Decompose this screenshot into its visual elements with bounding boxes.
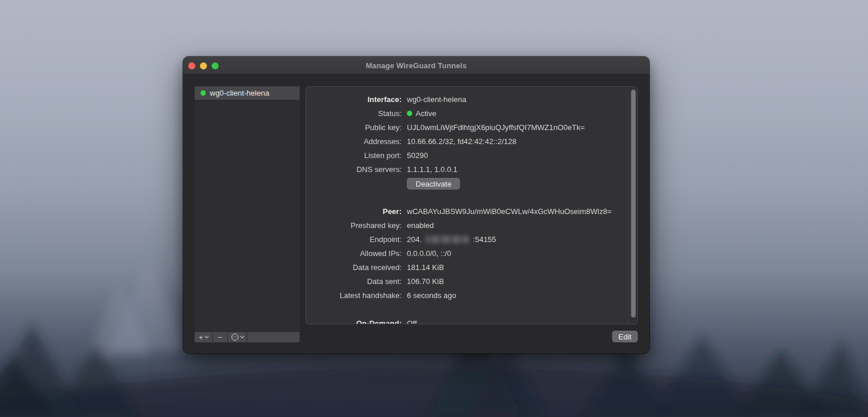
scrollbar-thumb[interactable] [631,89,636,318]
add-tunnel-button[interactable]: + [195,332,213,342]
peer-section: Peer:wCABAYuJBSW9Ju/mWiB0eCWLw/4xGcWHuOs… [306,204,628,302]
detail-row: On-Demand:Off [306,316,628,324]
detail-row: DNS servers:1.1.1.1, 1.0.0.1 [306,162,628,176]
detail-row: Peer:wCABAYuJBSW9Ju/mWiB0eCWLw/4xGcWHuOs… [306,204,628,218]
deactivate-button[interactable]: Deactivate [407,178,460,190]
row-label: Public key: [306,123,402,132]
more-actions-button[interactable]: ⋯ [228,332,247,342]
minus-icon: − [218,334,223,341]
plus-icon: + [199,334,203,341]
detail-row: Listen port:50290 [306,148,628,162]
detail-rows: Interface:wg0-client-helenaStatus:Active… [306,87,628,324]
tunnel-status-icon [201,90,206,96]
sidebar-toolbar: + − ⋯ [195,331,300,342]
row-value: enabled [407,221,434,230]
row-label: DNS servers: [306,165,402,174]
row-label: Latest handshake: [306,291,402,300]
edit-button[interactable]: Edit [612,331,638,342]
detail-row: Data received:181.14 KiB [306,260,628,274]
zoom-button[interactable] [212,62,219,69]
tunnel-sidebar: wg0-client-helena + − ⋯ [195,86,300,342]
row-label: Data received: [306,263,402,272]
tunnel-list-item[interactable]: wg0-client-helena [195,86,300,100]
traffic-lights [188,57,219,75]
wireguard-window: Manage WireGuard Tunnels wg0-client-hele… [183,57,649,353]
row-value: 181.14 KiB [407,263,444,272]
redacted-endpoint-ip [426,236,469,243]
row-value: 10.66.66.2/32, fd42:42:42::2/128 [407,137,516,146]
row-value: wg0-client-helena [407,95,466,104]
row-label: Endpoint: [306,235,402,244]
row-value: 204.:54155 [407,235,496,244]
ellipsis-circle-icon: ⋯ [231,334,238,341]
minimize-button[interactable] [200,62,207,69]
detail-row: Preshared key:enabled [306,218,628,232]
detail-row: Interface:wg0-client-helena [306,92,628,106]
detail-row: Endpoint:204.:54155 [306,232,628,246]
interface-section: Interface:wg0-client-helenaStatus:Active… [306,87,628,190]
on-demand-section: On-Demand:Off [306,316,628,324]
row-value: 1.1.1.1, 1.0.0.1 [407,165,458,174]
row-label: On-Demand: [306,319,402,324]
detail-row: Addresses:10.66.66.2/32, fd42:42:42::2/1… [306,134,628,148]
row-label: Allowed IPs: [306,249,402,258]
detail-row: Allowed IPs:0.0.0.0/0, ::/0 [306,246,628,260]
row-value: 6 seconds ago [407,291,456,300]
desktop: { "window": { "title": "Manage WireGuard… [0,0,868,417]
row-label: Peer: [306,207,402,216]
titlebar[interactable]: Manage WireGuard Tunnels [183,57,649,75]
row-label: Interface: [306,95,402,104]
row-value: Active [407,109,436,118]
close-button[interactable] [188,62,195,69]
row-label: Data sent: [306,277,402,286]
row-label: Preshared key: [306,221,402,230]
detail-row: Status:Active [306,106,628,120]
row-label: Status: [306,109,402,118]
chevron-down-icon [240,334,244,338]
detail-row: Public key:UJL0wmLiWjtFdlhtgjX6piuQJyffs… [306,120,628,134]
tunnel-name: wg0-client-helena [210,89,269,97]
row-value: 50290 [407,151,428,160]
row-value: 106.70 KiB [407,277,444,286]
status-dot-icon [407,111,412,116]
row-value: Off [407,319,417,324]
row-value: UJL0wmLiWjtFdlhtgjX6piuQJyffsfQI7MWZ1nO0… [407,123,585,132]
row-label: Addresses: [306,137,402,146]
row-value: 0.0.0.0/0, ::/0 [407,249,451,258]
tunnel-list[interactable]: wg0-client-helena [195,86,300,331]
chevron-down-icon [205,334,209,338]
remove-tunnel-button[interactable]: − [213,332,228,342]
window-title: Manage WireGuard Tunnels [366,61,466,70]
row-label: Listen port: [306,151,402,160]
toolbar-filler [247,332,300,342]
row-value: wCABAYuJBSW9Ju/mWiB0eCWLw/4xGcWHuOseim8W… [407,207,612,216]
detail-row: Latest handshake:6 seconds ago [306,288,628,302]
scrollbar-track[interactable] [628,87,637,324]
tunnel-detail-panel: Interface:wg0-client-helenaStatus:Active… [305,86,638,324]
detail-row: Data sent:106.70 KiB [306,274,628,288]
